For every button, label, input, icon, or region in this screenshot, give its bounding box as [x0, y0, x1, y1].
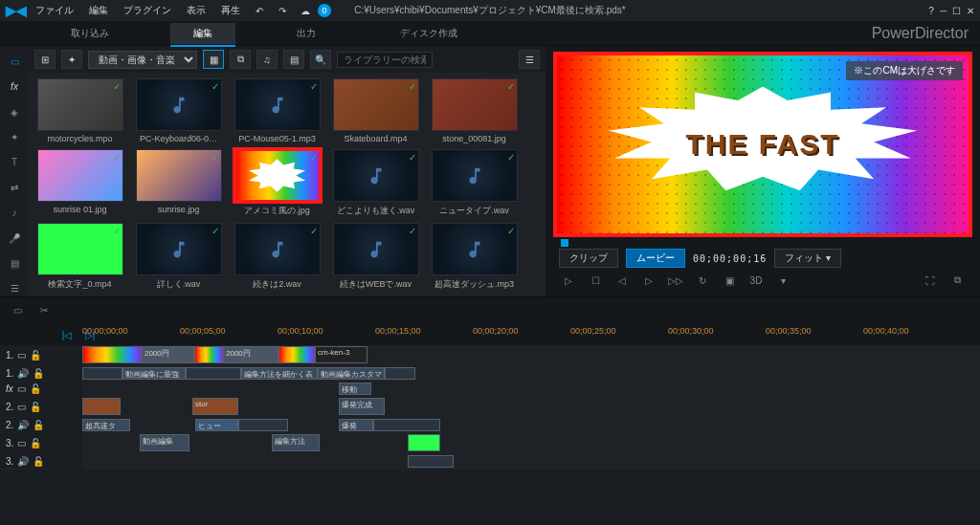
clip-v3-2[interactable]: 編集方法: [272, 434, 320, 451]
track-lock-icon[interactable]: 🔓: [33, 456, 44, 467]
tl-tool-1-icon[interactable]: ▭: [8, 301, 27, 318]
menu-view[interactable]: 表示: [180, 1, 212, 20]
media-filter-select[interactable]: 動画・画像・音楽: [88, 51, 197, 69]
search-icon[interactable]: 🔍: [310, 50, 331, 69]
clip-v1-6[interactable]: cm-ken-3: [315, 346, 368, 363]
library-search-input[interactable]: [337, 52, 433, 68]
mode-movie[interactable]: ムービー: [626, 249, 685, 268]
notification-badge[interactable]: 0: [318, 4, 331, 17]
clip-a1-5[interactable]: 動画編集カスタマ: [318, 367, 385, 380]
track-eye-icon[interactable]: ▭: [17, 383, 26, 394]
tl-prev-marker-icon[interactable]: |◁: [57, 326, 77, 343]
plugin-icon[interactable]: ✦: [61, 50, 82, 69]
media-thumb[interactable]: ✓: [136, 149, 222, 202]
view-film-icon[interactable]: ⧉: [230, 50, 251, 69]
clip-a1-4[interactable]: 編集方法を細かく表: [241, 367, 318, 380]
media-thumb[interactable]: ✓: [432, 78, 518, 131]
clip-v2-3[interactable]: 爆発完成: [339, 398, 385, 415]
room-transition-icon[interactable]: ⇄: [5, 180, 24, 195]
room-voice-icon[interactable]: 🎤: [5, 230, 24, 246]
media-item[interactable]: ✓motorcycles.mpo: [34, 78, 125, 143]
track-lock-icon[interactable]: 🔓: [30, 438, 41, 448]
media-thumb[interactable]: ✓: [234, 223, 321, 275]
media-thumb[interactable]: ✓: [333, 149, 419, 202]
mode-clip[interactable]: クリップ: [559, 249, 618, 268]
menu-file[interactable]: ファイル: [29, 1, 80, 20]
more-preview-icon[interactable]: ▾: [773, 272, 792, 289]
clip-a1-2[interactable]: 動画編集に最強: [122, 367, 186, 380]
tl-split-icon[interactable]: ✂: [34, 301, 54, 318]
track-lock-icon[interactable]: 🔓: [30, 402, 41, 412]
threeD-toggle[interactable]: 3D: [746, 272, 766, 289]
redo-icon[interactable]: ↷: [274, 2, 291, 19]
media-item[interactable]: ✓sunrise.jpg: [133, 149, 224, 217]
room-fx-icon[interactable]: fx: [5, 78, 24, 94]
media-item[interactable]: ✓超高速ダッシュ.mp3: [429, 223, 520, 291]
room-media-icon[interactable]: ▭: [5, 54, 24, 69]
prev-frame-icon[interactable]: ◁: [612, 272, 632, 289]
lib-menu-icon[interactable]: ☰: [519, 50, 540, 69]
track-speaker-icon[interactable]: 🔊: [17, 456, 29, 467]
close-icon[interactable]: ✕: [967, 6, 974, 16]
menu-edit[interactable]: 編集: [82, 1, 115, 20]
menu-play[interactable]: 再生: [214, 1, 247, 20]
help-icon[interactable]: ?: [928, 6, 934, 16]
clip-a2-3[interactable]: [238, 419, 288, 431]
popout-icon[interactable]: ⧉: [947, 272, 967, 289]
maximize-icon[interactable]: ☐: [952, 6, 961, 16]
media-item[interactable]: ✓どこよりも速く.wav: [330, 149, 421, 217]
clip-v3-1[interactable]: 動画編集: [140, 434, 189, 451]
track-lock-icon[interactable]: 🔓: [30, 383, 41, 394]
view-thumb-icon[interactable]: ▦: [203, 50, 224, 69]
media-item[interactable]: ✓アメコミ風の.jpg: [232, 149, 323, 217]
clip-v2-1[interactable]: [82, 398, 121, 415]
room-pip-icon[interactable]: ◈: [5, 104, 24, 120]
media-thumb[interactable]: ✓: [234, 149, 321, 202]
tab-import[interactable]: 取り込み: [48, 23, 132, 44]
media-thumb[interactable]: ✓: [37, 149, 123, 202]
track-lock-icon[interactable]: 🔓: [33, 420, 44, 430]
clip-v2-2[interactable]: stor: [192, 398, 238, 415]
media-thumb[interactable]: ✓: [333, 78, 419, 131]
minimize-icon[interactable]: ─: [940, 6, 947, 16]
media-thumb[interactable]: ✓: [234, 78, 321, 131]
room-title-icon[interactable]: T: [5, 155, 24, 170]
loop-icon[interactable]: ↻: [693, 272, 712, 289]
clip-v1-3[interactable]: [194, 346, 223, 363]
tab-disc[interactable]: ディスク作成: [377, 23, 480, 44]
media-thumb[interactable]: ✓: [136, 78, 222, 131]
clip-v3-3[interactable]: [408, 434, 440, 451]
view-list-icon[interactable]: ▤: [283, 50, 304, 69]
clip-a1-6[interactable]: [385, 367, 415, 380]
import-media-icon[interactable]: ⊞: [34, 50, 56, 69]
track-eye-icon[interactable]: ▭: [17, 438, 26, 448]
media-item[interactable]: ✓続きはWEBで.wav: [330, 223, 421, 291]
clip-a3-1[interactable]: [408, 455, 454, 468]
clip-v1-5[interactable]: [278, 346, 315, 363]
media-item[interactable]: ✓検索文字_0.mp4: [34, 223, 125, 291]
track-lock-icon[interactable]: 🔓: [30, 350, 41, 361]
cloud-icon[interactable]: ☁: [297, 2, 314, 19]
snapshot-icon[interactable]: ▣: [720, 272, 739, 289]
undo-icon[interactable]: ↶: [251, 2, 268, 19]
room-chapter-icon[interactable]: ▤: [5, 255, 24, 271]
media-thumb[interactable]: ✓: [136, 223, 222, 275]
media-item[interactable]: ✓stone_00081.jpg: [429, 78, 520, 143]
view-music-icon[interactable]: ♫: [256, 50, 278, 69]
clip-v1-4[interactable]: 2000円: [223, 346, 278, 363]
clip-v1-2[interactable]: 2000円: [142, 346, 194, 363]
media-item[interactable]: ✓Skateboard.mp4: [330, 78, 421, 143]
media-item[interactable]: ✓PC-Keyboard06-0…: [133, 78, 224, 143]
media-thumb[interactable]: ✓: [37, 78, 123, 131]
play-icon[interactable]: ▷: [559, 272, 578, 289]
track-speaker-icon[interactable]: 🔊: [17, 368, 29, 379]
clip-a2-1[interactable]: 超高速タ: [82, 419, 130, 431]
media-item[interactable]: ✓sunrise 01.jpg: [34, 149, 125, 217]
clip-a1-1[interactable]: [82, 367, 122, 380]
media-item[interactable]: ✓詳しく.wav: [133, 223, 224, 291]
media-item[interactable]: ✓ニュータイプ.wav: [429, 149, 520, 217]
track-lock-icon[interactable]: 🔓: [33, 368, 44, 379]
fullscreen-icon[interactable]: ⛶: [921, 272, 940, 289]
clip-a1-3[interactable]: [186, 367, 241, 380]
media-thumb[interactable]: ✓: [37, 223, 123, 275]
